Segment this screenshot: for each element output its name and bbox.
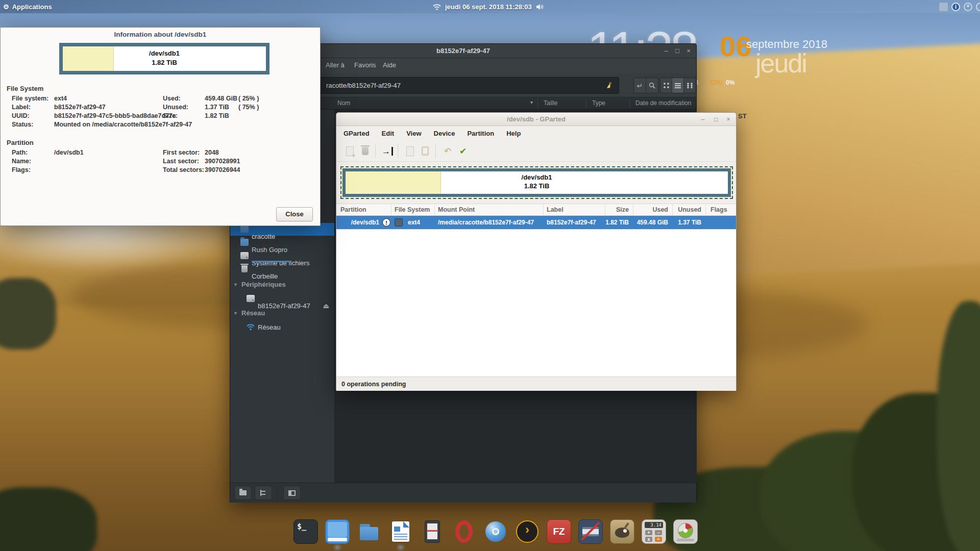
column-file-system[interactable]: File System [395,206,430,213]
section-partition: Partition [7,139,34,146]
warning-icon: ! [382,218,390,227]
copy-icon[interactable] [404,145,416,157]
apply-icon[interactable]: ✔ [457,145,469,157]
cpu-label: CPU [699,79,726,86]
chevron-down-icon[interactable]: ▾ [234,307,237,319]
dock-workspace-monitor[interactable] [325,519,350,544]
dock-video-editor[interactable] [578,519,603,544]
value-path: /dev/sdb1 [54,149,84,156]
partition-table-empty-area[interactable] [336,229,736,377]
cell-label: b8152e7f-af29-47 [547,219,596,226]
filezilla-icon: FZ [547,519,571,544]
column-date[interactable]: Date de modification [635,99,691,107]
applications-menu-button[interactable]: ⚙ Applications [3,0,52,13]
column-type[interactable]: Type [592,99,605,107]
dock-red-ring-browser[interactable] [452,519,476,544]
power-icon[interactable] [976,3,980,11]
gparted-menubar: GParted Edit View Device Partition Help [336,126,736,140]
sidebar-item-b8152e7f[interactable]: b8152e7f-af29-47 ⏏ [230,292,334,305]
column-flags[interactable]: Flags [710,206,727,213]
column-separator [705,204,706,216]
clear-location-broom-icon[interactable] [604,82,612,90]
dock-filezilla[interactable]: FZ [547,519,571,544]
menu-favoris[interactable]: Favoris [354,61,376,69]
maximize-button[interactable]: □ [709,113,723,126]
dock-calculator[interactable]: 3.14 + – x = [642,519,666,544]
menu-view[interactable]: View [406,130,421,137]
panel-clock[interactable]: jeudi 06 sept. 2018 11:28:03 [433,0,544,13]
partition-table-row[interactable]: /dev/sdb1 ! ext4 /media/cracotte/b8152e7… [336,216,736,229]
column-unused[interactable]: Unused [676,206,701,213]
dock-terminal[interactable]: $_ [293,519,318,544]
sidebar-item-corbeille[interactable]: Corbeille [230,263,334,276]
gparted-titlebar[interactable]: /dev/sdb - GParted – □ × [336,113,736,126]
menu-gparted[interactable]: GParted [344,130,370,137]
clock-weekday: jeudi [755,48,806,79]
user-icon[interactable] [964,3,972,11]
column-mount-point[interactable]: Mount Point [438,206,475,213]
minimize-button[interactable]: – [696,113,709,126]
dock-gimp[interactable] [610,519,634,544]
partition-name: /dev/sdb1 [63,49,266,58]
menu-device[interactable]: Device [434,130,455,137]
places-icon[interactable] [234,486,252,500]
indicator-icon[interactable] [939,3,948,11]
dock-disk-usage-analyzer[interactable] [673,519,698,544]
close-dialog-button[interactable]: Close [276,207,313,221]
chevron-down-icon[interactable]: ▾ [234,278,237,291]
dock-plex[interactable]: › [515,519,540,544]
label-label: Label: [12,104,31,111]
calc-key: x [645,537,652,542]
compact-view-icon[interactable] [684,78,696,93]
column-separator [434,204,435,216]
grid-view-icon[interactable] [660,78,672,93]
dock-blue-orb-browser[interactable] [483,519,508,544]
dock-libreoffice-writer[interactable] [388,519,413,544]
gparted-title: /dev/sdb - GParted [336,113,736,126]
maximize-button[interactable]: □ [672,44,683,58]
column-label[interactable]: Label [547,206,564,213]
undo-icon[interactable]: ↶ [442,145,454,157]
resize-move-icon[interactable]: → [381,145,394,157]
sidebar-item-filesystem[interactable]: Système de fichiers [230,249,334,262]
close-button[interactable]: × [722,113,735,126]
sidebar-section-peripheriques[interactable]: ▾ Périphériques [230,278,334,291]
view-toggle-group [660,78,696,93]
column-separator [633,204,633,216]
partition-name: /dev/sdb1 [346,173,728,182]
paste-icon[interactable] [419,145,431,157]
menu-help[interactable]: Help [506,130,521,137]
delete-partition-icon[interactable] [359,145,371,157]
dock-document-scanner[interactable] [420,519,445,544]
close-button[interactable]: × [683,44,694,58]
column-separator [586,98,586,109]
menu-aide[interactable]: Aide [383,61,396,69]
value-file-system: ext4 [54,95,67,102]
column-used[interactable]: Used [636,206,668,213]
menu-partition[interactable]: Partition [467,130,494,137]
search-icon[interactable] [646,78,658,93]
value-uuid: b8152e7f-af29-47c5-bbb5-bad8dae7d77c [54,112,176,119]
column-nom[interactable]: Nom [337,99,350,107]
toggle-location-entry-icon[interactable]: ↵ [634,78,646,93]
shield-info-icon[interactable]: i [951,3,960,11]
sidebar-item-rush-gopro[interactable]: Rush Gopro [230,236,334,249]
column-partition[interactable]: Partition [340,206,366,213]
minimize-button[interactable]: – [660,44,672,58]
drive-icon [240,252,249,259]
column-size[interactable]: Size [608,206,629,213]
sidebar-section-reseau[interactable]: ▾ Réseau [230,307,334,319]
hide-sidebar-icon[interactable] [283,486,301,500]
new-partition-icon[interactable] [344,145,356,157]
menu-aller-a[interactable]: Aller à [326,61,345,69]
menu-edit[interactable]: Edit [382,130,395,137]
sidebar-item-reseau[interactable]: Réseau [230,321,334,334]
list-view-icon[interactable] [672,78,684,93]
treeview-icon[interactable] [255,486,272,500]
sidebar-item-label: Réseau [258,321,281,334]
drive-icon [247,295,255,302]
dock-file-manager[interactable] [357,519,381,544]
column-separator [543,204,544,216]
partition-bar-selected[interactable]: /dev/sdb1 1.82 TiB [340,166,733,199]
column-taille[interactable]: Taille [544,99,557,107]
